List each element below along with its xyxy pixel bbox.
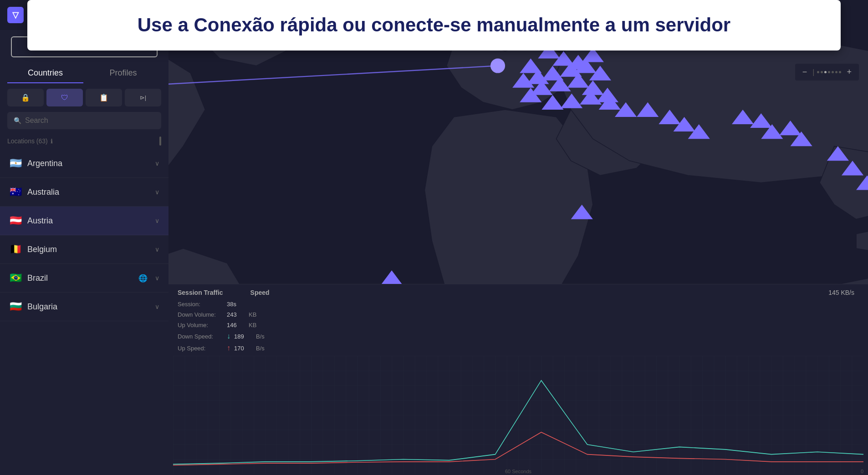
svg-marker-12 — [567, 55, 589, 69]
svg-marker-18 — [589, 66, 611, 81]
list-item[interactable]: 🇧🇷 Brazil 🌐 ∨ — [0, 264, 168, 293]
tab-profiles[interactable]: Profiles — [85, 64, 161, 83]
svg-marker-41 — [842, 161, 863, 175]
stat-value: 170 — [234, 345, 252, 352]
svg-marker-3 — [381, 270, 403, 285]
zoom-dot — [835, 71, 837, 73]
stat-value: 189 — [234, 333, 252, 340]
stat-unit: KB — [249, 322, 256, 328]
stat-label: Down Volume: — [178, 311, 223, 318]
svg-marker-26 — [541, 95, 563, 110]
stat-unit: B/s — [256, 333, 265, 340]
zoom-plus-button[interactable]: + — [844, 66, 854, 78]
zoom-dots — [817, 71, 841, 73]
svg-marker-25 — [520, 88, 541, 102]
stat-label: Session: — [178, 301, 223, 308]
zoom-minus-button[interactable]: − — [800, 66, 810, 78]
svg-marker-36 — [750, 113, 772, 128]
svg-marker-31 — [637, 102, 659, 117]
stats-panel: Session Traffic Speed 145 KB/s Session: … — [168, 284, 868, 475]
svg-marker-23 — [582, 81, 604, 95]
stats-top-row: Session Traffic Speed 145 KB/s — [168, 284, 868, 297]
zoom-dot — [839, 71, 841, 73]
list-item[interactable]: 🇦🇷 Argentina ∨ — [0, 149, 168, 178]
list-item[interactable]: 🇧🇪 Belgium ∨ — [0, 235, 168, 264]
chevron-down-icon: ∨ — [155, 188, 159, 196]
zoom-dot — [828, 71, 830, 73]
stats-grid: Session: 38s Down Volume: 243 KB Up Volu… — [168, 297, 868, 356]
stats-title: Session Traffic — [178, 289, 223, 296]
stats-col: Session: 38s Down Volume: 243 KB Up Volu… — [178, 299, 859, 354]
svg-marker-28 — [580, 90, 602, 105]
stat-value: 38s — [227, 301, 245, 308]
lock-icon: 🔒 — [21, 93, 30, 102]
filter-vpn-shield[interactable]: 🛡 — [46, 89, 83, 106]
chevron-down-icon: ∨ — [155, 303, 159, 310]
search-input-wrap: 🔍 — [7, 112, 161, 129]
chevron-down-icon: ∨ — [155, 217, 159, 224]
list-item[interactable]: 🇦🇺 Australia ∨ — [0, 178, 168, 207]
info-icon[interactable]: ℹ — [51, 138, 53, 145]
speed-value: 145 KB/s — [828, 289, 859, 296]
stat-row-up-speed: Up Speed: ↑ 170 B/s — [178, 342, 859, 354]
scroll-indicator — [159, 136, 161, 146]
flag-argentina: 🇦🇷 — [9, 157, 22, 169]
svg-marker-37 — [761, 124, 783, 139]
shield-icon: 🛡 — [61, 94, 68, 102]
svg-marker-22 — [567, 73, 589, 88]
svg-marker-14 — [527, 70, 549, 84]
zoom-dot — [832, 71, 834, 73]
country-name: Belgium — [27, 245, 149, 254]
arrow-down-icon: ↓ — [227, 332, 230, 340]
svg-marker-11 — [552, 51, 574, 66]
search-wrap: 🔍 — [0, 112, 168, 129]
search-input[interactable] — [25, 116, 155, 125]
stat-label: Up Speed: — [178, 345, 223, 352]
chevron-down-icon: ∨ — [155, 160, 159, 167]
svg-marker-29 — [599, 95, 621, 110]
locations-header: Locations (63) ℹ — [0, 135, 168, 149]
svg-marker-40 — [827, 146, 849, 161]
svg-marker-32 — [659, 110, 680, 124]
forward-icon: ⊳| — [140, 94, 146, 101]
flag-brazil: 🇧🇷 — [9, 272, 22, 284]
sidebar: ▽ ★ United States IP: 155.146.10.12 Open… — [0, 0, 168, 475]
stat-label: Up Volume: — [178, 322, 223, 328]
document-icon: 📋 — [99, 93, 108, 102]
svg-marker-24 — [597, 88, 618, 102]
flag-bulgaria: 🇧🇬 — [9, 301, 22, 313]
stat-row-up-vol: Up Volume: 146 KB — [178, 320, 859, 330]
traffic-chart — [173, 356, 863, 474]
filter-document[interactable]: 📋 — [86, 89, 122, 106]
stat-value: 243 — [227, 311, 245, 318]
filter-secure-core[interactable]: 🔒 — [7, 89, 44, 106]
country-name: Bulgaria — [27, 302, 149, 312]
svg-point-2 — [490, 58, 505, 73]
flag-australia: 🇦🇺 — [9, 186, 22, 198]
map-area: − | + Session Traffic Speed 145 KB/s Ses… — [168, 0, 868, 475]
zoom-divider: | — [812, 68, 814, 76]
svg-rect-47 — [173, 356, 863, 474]
filter-forward[interactable]: ⊳| — [125, 89, 161, 106]
zoom-dot-active — [824, 71, 827, 73]
stat-row-down-speed: Down Speed: ↓ 189 B/s — [178, 330, 859, 342]
svg-marker-16 — [560, 62, 582, 77]
stat-unit: KB — [249, 311, 256, 318]
chevron-down-icon: ∨ — [155, 246, 159, 253]
list-item[interactable]: 🇦🇹 Austria ∨ — [0, 207, 168, 235]
arrow-up-icon: ↑ — [227, 344, 230, 352]
svg-marker-35 — [732, 110, 754, 124]
country-name: Austria — [27, 216, 149, 226]
stat-unit: B/s — [256, 345, 265, 352]
tooltip-text: Use a Conexão rápida ou conecte-se manua… — [46, 13, 822, 38]
zoom-dot — [817, 71, 819, 73]
svg-marker-19 — [512, 73, 534, 88]
list-item[interactable]: 🇧🇬 Bulgaria ∨ — [0, 293, 168, 321]
svg-marker-30 — [615, 102, 637, 117]
zoom-controls: − | + — [795, 64, 859, 81]
filter-row: 🔒 🛡 📋 ⊳| — [0, 89, 168, 106]
flag-austria: 🇦🇹 — [9, 215, 22, 227]
tab-countries[interactable]: Countries — [7, 64, 83, 83]
country-name: Argentina — [27, 159, 149, 168]
svg-marker-39 — [790, 131, 812, 146]
